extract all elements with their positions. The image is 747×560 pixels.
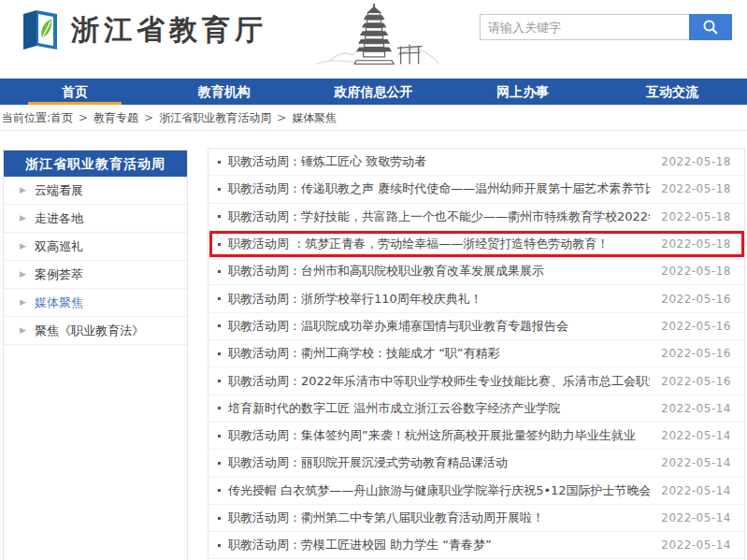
news-title: 职教活动周：衢州工商学校：技能成才 “职”有精彩 [228,345,650,362]
news-row[interactable]: 职教活动周：2022年乐清市中等职业学校师生专业技能比赛、乐清市总工会职业技术学… [208,367,744,395]
book-leaf-logo-icon [21,9,60,50]
bullet-icon [218,215,221,218]
news-row[interactable]: 职教活动周：学好技能，共富路上一个也不能少——衢州市特殊教育学校2022年职业教… [208,204,744,231]
breadcrumb-prefix: 当前位置: [2,111,50,124]
news-row[interactable]: 培育新时代的数字工匠 温州市成立浙江云谷数字经济产业学院2022-05-14 [208,395,744,423]
bullet-icon [218,435,221,438]
sidebar-item-label: 聚焦《职业教育法》 [35,323,144,337]
bullet-icon [218,161,221,164]
search-input[interactable] [480,14,689,40]
news-row[interactable]: 职教活动周 ：筑梦正青春，劳动绘幸福——浙经贸打造特色劳动教育！2022-05-… [208,231,744,258]
news-date: 2022-05-18 [661,210,731,223]
nav-item-政府信息公开[interactable]: 政府信息公开 [299,79,449,105]
news-title: 职教活动周 ：筑梦正青春，劳动绘幸福——浙经贸打造特色劳动教育！ [228,236,650,252]
bullet-icon [218,188,221,191]
nav-item-网上办事[interactable]: 网上办事 [448,79,597,105]
sidebar-item-双高巡礼[interactable]: ▶双高巡礼 [4,233,187,261]
news-row[interactable]: 职教活动周：台州市和高职院校职业教育改革发展成果展示2022-05-18 [208,258,744,285]
news-row[interactable]: 职教活动周：衢州工商学校：技能成才 “职”有精彩2022-05-16 [208,340,744,367]
news-title: 职教活动周：锤炼工匠心 致敬劳动者 [228,153,650,170]
news-title: 职教活动周：浙所学校举行110周年校庆典礼！ [228,291,650,308]
news-title: 职教活动周：集体签约周”来袭！杭州这所高校开展批量签约助力毕业生就业 [228,427,650,444]
news-date: 2022-05-18 [661,182,731,195]
sidebar-item-媒体聚焦[interactable]: ▶媒体聚焦 [4,289,187,317]
site-logo[interactable]: 浙江省教育厅 [21,9,267,50]
search-icon [702,19,719,36]
news-date: 2022-05-14 [661,538,731,552]
news-date: 2022-05-14 [661,456,731,469]
news-row[interactable]: 职教活动周：浙所学校举行110周年校庆典礼！2022-05-16 [208,285,744,312]
bullet-icon [218,407,221,409]
sidebar-item-label: 云端看展 [35,183,83,197]
news-date: 2022-05-16 [661,320,731,333]
breadcrumb-item-媒体聚焦: 媒体聚焦 [292,111,337,124]
news-date: 2022-05-18 [661,265,731,278]
news-date: 2022-05-14 [661,402,731,415]
bullet-icon [218,324,221,327]
breadcrumb-item-浙江省职业教育活动周[interactable]: 浙江省职业教育活动周 [159,111,271,124]
news-row[interactable]: 职教活动周：劳模工匠进校园 助力学生 “青春梦”2022-05-14 [208,532,744,559]
news-row[interactable]: 职教活动周：温职院成功举办柬埔寨国情与职业教育专题报告会2022-05-16 [208,313,744,340]
news-title: 职教活动周：2022年乐清市中等职业学校师生专业技能比赛、乐清市总工会职业技术学… [228,373,650,390]
news-row[interactable]: 职教活动周：衢州第二中专第八届职业教育活动周开展啦！2022-05-14 [208,505,744,532]
news-date: 2022-05-14 [661,511,731,524]
sidebar-item-案例荟萃[interactable]: ▶案例荟萃 [4,261,187,289]
triangle-right-icon: ▶ [20,205,26,232]
bullet-icon [218,462,221,465]
pagoda-sketch [309,2,444,73]
sidebar-item-走进各地[interactable]: ▶走进各地 [4,205,187,233]
sidebar-title: 浙江省职业教育活动周 [4,151,187,177]
breadcrumb-item-教育专题[interactable]: 教育专题 [93,111,138,124]
news-title: 培育新时代的数字工匠 温州市成立浙江云谷数字经济产业学院 [228,400,650,417]
page-header: 浙江省教育厅 [0,0,747,79]
sidebar-items: ▶云端看展▶走进各地▶双高巡礼▶案例荟萃▶媒体聚焦▶聚焦《职业教育法》 [4,177,187,345]
triangle-right-icon: ▶ [20,177,26,204]
news-list: 职教活动周：锤炼工匠心 致敬劳动者2022-05-18职教活动周：传递职教之声 … [208,148,745,560]
news-date: 2022-05-18 [661,155,731,168]
news-date: 2022-05-16 [661,293,731,306]
news-title: 职教活动周：传递职教之声 赓续时代使命——温州幼师开展第十届艺术素养节比赛暨职业… [228,180,650,197]
news-title: 职教活动周：丽职院开展沉浸式劳动教育精品课活动 [228,454,650,471]
news-date: 2022-05-16 [661,347,731,360]
news-date: 2022-05-14 [661,484,731,497]
sidebar-item-云端看展[interactable]: ▶云端看展 [4,177,187,205]
sidebar-item-聚焦《职业教育法》[interactable]: ▶聚焦《职业教育法》 [4,317,187,345]
bullet-icon [218,380,221,382]
sidebar-item-label: 走进各地 [35,211,83,225]
main-nav: 首页教育机构政府信息公开网上办事互动交流 [0,79,747,105]
news-date: 2022-05-18 [661,237,731,251]
news-row[interactable]: 职教活动周：集体签约周”来袭！杭州这所高校开展批量签约助力毕业生就业2022-0… [208,423,744,450]
news-row[interactable]: 职教活动周：传递职教之声 赓续时代使命——温州幼师开展第十届艺术素养节比赛暨职业… [208,176,744,203]
news-date: 2022-05-14 [661,429,731,442]
nav-item-互动交流[interactable]: 互动交流 [597,79,747,105]
news-title: 职教活动周：衢州第二中专第八届职业教育活动周开展啦！ [228,510,650,526]
news-title: 传光授帽 白衣筑梦——舟山旅游与健康职业学院举行庆祝5•12国际护士节晚会 [228,482,650,499]
bullet-icon [218,297,221,300]
nav-item-首页[interactable]: 首页 [0,79,150,105]
triangle-right-icon: ▶ [20,317,26,344]
news-row[interactable]: 职教活动周：丽职院开展沉浸式劳动教育精品课活动2022-05-14 [208,450,744,477]
breadcrumb-separator: > [277,111,286,124]
news-title: 职教活动周：温职院成功举办柬埔寨国情与职业教育专题报告会 [228,318,650,335]
breadcrumb-item-首页[interactable]: 首页 [50,111,73,124]
news-title: 职教活动周：学好技能，共富路上一个也不能少——衢州市特殊教育学校2022年职业教… [228,208,650,225]
bullet-icon [218,270,221,273]
bullet-icon [218,489,221,492]
news-row[interactable]: 传光授帽 白衣筑梦——舟山旅游与健康职业学院举行庆祝5•12国际护士节晚会202… [208,478,744,505]
search-button[interactable] [689,14,732,40]
triangle-right-icon: ▶ [20,233,26,260]
nav-item-教育机构[interactable]: 教育机构 [150,79,299,105]
bullet-icon [218,352,221,355]
news-row[interactable]: 职教活动周：锤炼工匠心 致敬劳动者2022-05-18 [208,149,744,176]
news-date: 2022-05-16 [661,375,731,388]
breadcrumb-separator: > [79,111,88,124]
news-title: 职教活动周：劳模工匠进校园 助力学生 “青春梦” [228,537,650,553]
bullet-icon [218,517,221,520]
bullet-icon [218,544,221,547]
sidebar-item-label: 媒体聚焦 [35,295,83,309]
bullet-icon [218,243,221,246]
news-title: 职教活动周：台州市和高职院校职业教育改革发展成果展示 [228,263,650,280]
triangle-right-icon: ▶ [20,289,26,316]
breadcrumb: 当前位置:首页>教育专题>浙江省职业教育活动周>媒体聚焦 [0,105,747,131]
sidebar: 浙江省职业教育活动周 ▶云端看展▶走进各地▶双高巡礼▶案例荟萃▶媒体聚焦▶聚焦《… [3,150,188,560]
